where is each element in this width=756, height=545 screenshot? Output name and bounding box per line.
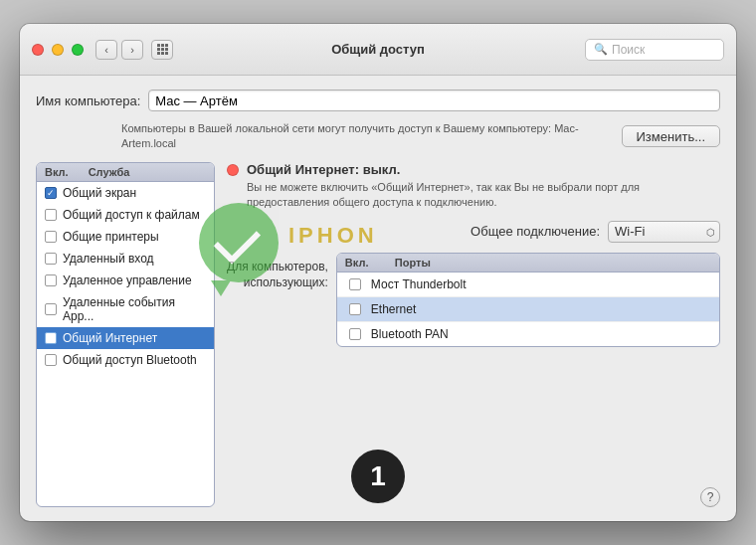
checkbox-remote-management[interactable] bbox=[45, 274, 57, 286]
grid-button[interactable] bbox=[151, 40, 173, 60]
status-info: Общий Интернет: выкл. Вы не можете включ… bbox=[247, 162, 720, 211]
computer-name-row: Имя компьютера: bbox=[36, 90, 720, 111]
service-label-internet-sharing: Общий Интернет bbox=[63, 331, 157, 345]
checkbox-file-sharing[interactable] bbox=[45, 209, 57, 221]
grid-icon bbox=[157, 44, 168, 55]
checkbox-thunderbolt[interactable] bbox=[349, 278, 361, 290]
service-item-screen-sharing[interactable]: Общий экран bbox=[37, 182, 214, 204]
service-item-internet-sharing[interactable]: Общий Интернет bbox=[37, 327, 214, 349]
close-button[interactable] bbox=[32, 44, 44, 56]
connection-select[interactable]: Wi-Fi Ethernet Bluetooth PAN bbox=[608, 221, 720, 243]
status-section: Общий Интернет: выкл. Вы не можете включ… bbox=[227, 162, 720, 211]
search-placeholder: Поиск bbox=[612, 43, 645, 57]
port-label-thunderbolt: Мост Thunderbolt bbox=[371, 277, 467, 291]
ports-section: Для компьютеров, использующих: Вкл. Порт… bbox=[227, 253, 720, 347]
service-item-bluetooth-sharing[interactable]: Общий доступ Bluetooth bbox=[37, 349, 214, 371]
port-label-ethernet: Ethernet bbox=[371, 302, 416, 316]
badge-number: 1 bbox=[351, 450, 405, 503]
service-item-printer-sharing[interactable]: Общие принтеры bbox=[37, 226, 214, 248]
service-label-file-sharing: Общий доступ к файлам bbox=[63, 208, 200, 222]
edit-button[interactable]: Изменить... bbox=[622, 125, 720, 147]
info-row: Компьютеры в Вашей локальной сети могут … bbox=[36, 121, 720, 152]
port-row-ethernet[interactable]: Ethernet bbox=[337, 297, 719, 322]
port-row-thunderbolt[interactable]: Мост Thunderbolt bbox=[337, 272, 719, 297]
checkbox-internet-sharing[interactable] bbox=[45, 332, 57, 344]
computer-name-label: Имя компьютера: bbox=[36, 93, 140, 108]
right-panel: Общий Интернет: выкл. Вы не можете включ… bbox=[227, 162, 720, 507]
service-label-bluetooth-sharing: Общий доступ Bluetooth bbox=[63, 353, 197, 367]
search-icon: 🔍 bbox=[594, 43, 608, 56]
ports-header: Вкл. Порты bbox=[337, 254, 719, 272]
service-item-remote-apple-events[interactable]: Удаленные события App... bbox=[37, 291, 214, 327]
window-title: Общий доступ bbox=[331, 42, 425, 57]
service-item-file-sharing[interactable]: Общий доступ к файлам bbox=[37, 204, 214, 226]
checkbox-ethernet[interactable] bbox=[349, 303, 361, 315]
connection-select-wrapper: Wi-Fi Ethernet Bluetooth PAN ⬡ bbox=[608, 221, 720, 243]
ports-header-name: Порты bbox=[395, 257, 711, 269]
traffic-lights bbox=[32, 44, 84, 56]
forward-button[interactable]: › bbox=[121, 40, 143, 60]
port-label-bluetooth-pan: Bluetooth PAN bbox=[371, 327, 449, 341]
services-panel: Вкл. Служба Общий экран Общий доступ к ф… bbox=[36, 162, 215, 507]
checkbox-screen-sharing[interactable] bbox=[45, 187, 57, 199]
status-dot bbox=[227, 164, 239, 176]
for-computers-label: Для компьютеров, использующих: bbox=[227, 253, 328, 292]
nav-buttons: ‹ › bbox=[95, 40, 173, 60]
help-button[interactable]: ? bbox=[700, 487, 720, 507]
computer-name-input[interactable] bbox=[148, 90, 720, 111]
port-row-bluetooth-pan[interactable]: Bluetooth PAN bbox=[337, 322, 719, 346]
minimize-button[interactable] bbox=[52, 44, 64, 56]
service-item-remote-login[interactable]: Удаленный вход bbox=[37, 248, 214, 270]
connection-label: Общее подключение: bbox=[471, 224, 600, 239]
checkbox-bluetooth-pan[interactable] bbox=[349, 328, 361, 340]
ports-header-enable: Вкл. bbox=[345, 257, 375, 269]
main-window: ‹ › Общий доступ 🔍 Поиск Имя компьютера: bbox=[20, 24, 736, 521]
connection-row: Общее подключение: Wi-Fi Ethernet Blueto… bbox=[227, 221, 720, 243]
service-label-remote-management: Удаленное управление bbox=[63, 273, 192, 287]
status-description: Вы не можете включить «Общий Интернет», … bbox=[247, 180, 720, 211]
titlebar: ‹ › Общий доступ 🔍 Поиск bbox=[20, 24, 736, 76]
services-header-enable: Вкл. bbox=[45, 166, 69, 178]
services-header-name: Служба bbox=[89, 166, 130, 178]
search-box[interactable]: 🔍 Поиск bbox=[585, 39, 724, 61]
service-label-printer-sharing: Общие принтеры bbox=[63, 230, 159, 244]
services-header: Вкл. Служба bbox=[37, 163, 214, 182]
maximize-button[interactable] bbox=[72, 44, 84, 56]
service-label-remote-apple-events: Удаленные события App... bbox=[63, 295, 206, 323]
checkbox-printer-sharing[interactable] bbox=[45, 231, 57, 243]
ports-table: Вкл. Порты Мост Thunderbolt Ethernet bbox=[336, 253, 720, 347]
service-item-remote-management[interactable]: Удаленное управление bbox=[37, 270, 214, 291]
checkbox-bluetooth-sharing[interactable] bbox=[45, 354, 57, 366]
checkbox-remote-login[interactable] bbox=[45, 253, 57, 265]
service-label-screen-sharing: Общий экран bbox=[63, 186, 136, 200]
checkbox-remote-apple-events[interactable] bbox=[45, 303, 57, 315]
service-label-remote-login: Удаленный вход bbox=[63, 252, 154, 266]
status-title: Общий Интернет: выкл. bbox=[247, 162, 720, 177]
back-button[interactable]: ‹ bbox=[95, 40, 117, 60]
info-text: Компьютеры в Вашей локальной сети могут … bbox=[121, 121, 612, 152]
